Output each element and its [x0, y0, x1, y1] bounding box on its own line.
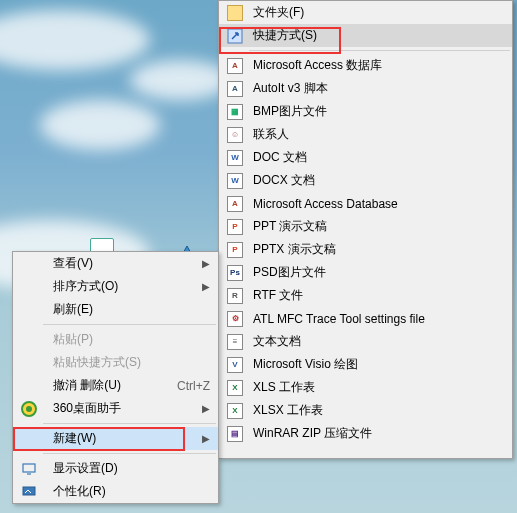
submenu-arrow-icon: ▶: [200, 433, 210, 444]
menu-item-icon-slot: A: [225, 81, 245, 97]
menu-separator: [43, 324, 216, 325]
menu-item-icon-slot: ▤: [225, 426, 245, 442]
context-menu-item[interactable]: 360桌面助手▶: [13, 397, 218, 420]
menu-item-label: WinRAR ZIP 压缩文件: [245, 425, 504, 442]
menu-item-label: 快捷方式(S): [245, 27, 504, 44]
menu-item-label: 新建(W): [39, 430, 200, 447]
submenu-arrow-icon: ▶: [200, 258, 210, 269]
txt-icon: ≡: [227, 334, 243, 350]
menu-item-icon-slot: [225, 5, 245, 21]
personalize-icon: [21, 484, 37, 500]
new-submenu-item[interactable]: RRTF 文件: [219, 284, 512, 307]
menu-item-icon-slot: ⚙: [225, 311, 245, 327]
new-submenu-item[interactable]: 快捷方式(S): [219, 24, 512, 47]
context-menu-item[interactable]: 刷新(E): [13, 298, 218, 321]
menu-item-icon-slot: ▦: [225, 104, 245, 120]
excel-icon: X: [227, 403, 243, 419]
new-submenu-item[interactable]: ▦BMP图片文件: [219, 100, 512, 123]
new-submenu-item[interactable]: AMicrosoft Access Database: [219, 192, 512, 215]
menu-item-icon-slot: [19, 256, 39, 272]
menu-item-icon-slot: [19, 461, 39, 477]
menu-item-label: 刷新(E): [39, 301, 210, 318]
powerpoint-icon: P: [227, 242, 243, 258]
new-submenu-item[interactable]: ≡文本文档: [219, 330, 512, 353]
menu-item-label: XLSX 工作表: [245, 402, 504, 419]
word-icon: W: [227, 150, 243, 166]
menu-item-icon-slot: [19, 401, 39, 417]
new-submenu-item[interactable]: ⚙ATL MFC Trace Tool settings file: [219, 307, 512, 330]
new-submenu-item[interactable]: PPPTX 演示文稿: [219, 238, 512, 261]
menu-item-label: DOCX 文档: [245, 172, 504, 189]
new-submenu-item[interactable]: VMicrosoft Visio 绘图: [219, 353, 512, 376]
context-menu-item[interactable]: 个性化(R): [13, 480, 218, 503]
new-submenu: 文件夹(F)快捷方式(S)AMicrosoft Access 数据库AAutoI…: [218, 0, 513, 459]
new-submenu-item[interactable]: XXLS 工作表: [219, 376, 512, 399]
new-submenu-item[interactable]: ☺联系人: [219, 123, 512, 146]
background-cloud: [40, 100, 160, 150]
access-icon: A: [227, 196, 243, 212]
context-menu-item: 粘贴(P): [13, 328, 218, 351]
menu-item-label: 联系人: [245, 126, 504, 143]
atl-icon: ⚙: [227, 311, 243, 327]
menu-item-icon-slot: Ps: [225, 265, 245, 281]
folder-icon: [227, 5, 243, 21]
new-submenu-item[interactable]: AAutoIt v3 脚本: [219, 77, 512, 100]
new-submenu-item[interactable]: PPPT 演示文稿: [219, 215, 512, 238]
new-submenu-item[interactable]: ▤WinRAR ZIP 压缩文件: [219, 422, 512, 445]
menu-item-icon-slot: A: [225, 58, 245, 74]
menu-item-icon-slot: W: [225, 173, 245, 189]
new-submenu-item[interactable]: XXLSX 工作表: [219, 399, 512, 422]
excel-icon: X: [227, 380, 243, 396]
new-submenu-item[interactable]: PsPSD图片文件: [219, 261, 512, 284]
menu-item-label: BMP图片文件: [245, 103, 504, 120]
svg-rect-3: [23, 464, 35, 472]
menu-item-label: 粘贴(P): [39, 331, 210, 348]
menu-item-icon-slot: [225, 28, 245, 44]
new-submenu-item[interactable]: 文件夹(F): [219, 1, 512, 24]
menu-item-icon-slot: [19, 332, 39, 348]
menu-separator: [43, 453, 216, 454]
menu-separator: [249, 50, 510, 51]
360-icon: [21, 401, 37, 417]
bmp-icon: ▦: [227, 104, 243, 120]
menu-item-label: PPTX 演示文稿: [245, 241, 504, 258]
menu-item-label: ATL MFC Trace Tool settings file: [245, 312, 504, 326]
context-menu-item: 粘贴快捷方式(S): [13, 351, 218, 374]
menu-item-label: 排序方式(O): [39, 278, 200, 295]
context-menu-item[interactable]: 撤消 删除(U)Ctrl+Z: [13, 374, 218, 397]
context-menu-item[interactable]: 查看(V)▶: [13, 252, 218, 275]
word-icon: W: [227, 173, 243, 189]
context-menu-item[interactable]: 新建(W)▶: [13, 427, 218, 450]
menu-item-icon-slot: [19, 355, 39, 371]
context-menu-item[interactable]: 排序方式(O)▶: [13, 275, 218, 298]
menu-item-label: 显示设置(D): [39, 460, 210, 477]
menu-item-label: 文件夹(F): [245, 4, 504, 21]
background-cloud: [0, 10, 150, 70]
menu-item-icon-slot: P: [225, 219, 245, 235]
menu-item-label: AutoIt v3 脚本: [245, 80, 504, 97]
menu-item-label: 粘贴快捷方式(S): [39, 354, 210, 371]
menu-item-icon-slot: [19, 378, 39, 394]
menu-item-label: 文本文档: [245, 333, 504, 350]
desktop-context-menu: 查看(V)▶排序方式(O)▶刷新(E)粘贴(P)粘贴快捷方式(S)撤消 删除(U…: [12, 251, 219, 504]
access-icon: A: [227, 58, 243, 74]
menu-item-icon-slot: A: [225, 196, 245, 212]
menu-item-icon-slot: ☺: [225, 127, 245, 143]
rtf-icon: R: [227, 288, 243, 304]
visio-icon: V: [227, 357, 243, 373]
menu-item-label: DOC 文档: [245, 149, 504, 166]
menu-item-label: 查看(V): [39, 255, 200, 272]
powerpoint-icon: P: [227, 219, 243, 235]
menu-separator: [43, 423, 216, 424]
new-submenu-item[interactable]: AMicrosoft Access 数据库: [219, 54, 512, 77]
menu-item-icon-slot: X: [225, 380, 245, 396]
new-submenu-item[interactable]: WDOC 文档: [219, 146, 512, 169]
winrar-icon: ▤: [227, 426, 243, 442]
menu-item-label: PSD图片文件: [245, 264, 504, 281]
svg-point-2: [26, 406, 32, 412]
menu-item-icon-slot: W: [225, 150, 245, 166]
menu-item-label: Microsoft Visio 绘图: [245, 356, 504, 373]
new-submenu-item[interactable]: WDOCX 文档: [219, 169, 512, 192]
context-menu-item[interactable]: 显示设置(D): [13, 457, 218, 480]
menu-item-icon-slot: [19, 431, 39, 447]
